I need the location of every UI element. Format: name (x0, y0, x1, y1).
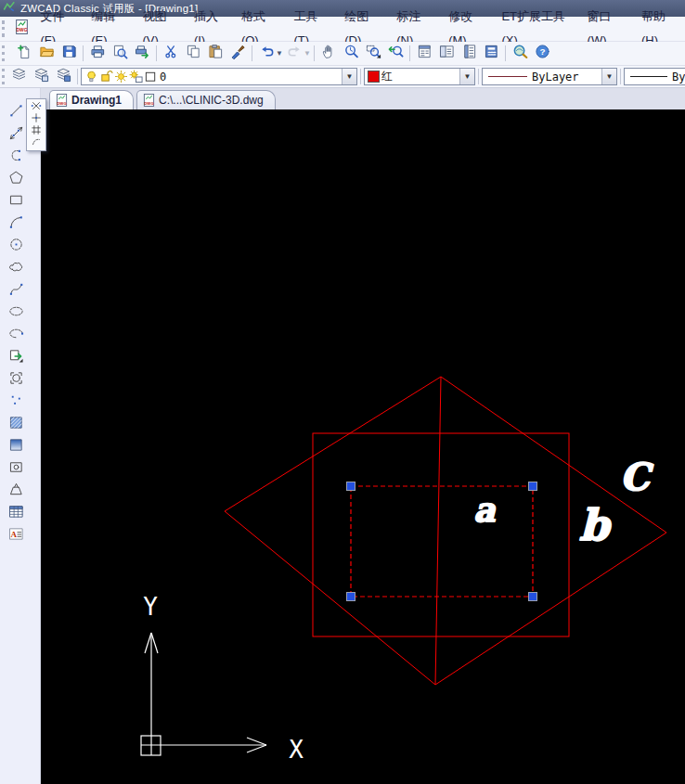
gradient-button[interactable] (4, 437, 28, 456)
cut-icon (163, 44, 179, 63)
paste-button[interactable] (204, 43, 226, 65)
dwg-document-icon: DWG (15, 19, 29, 38)
chevron-down-icon[interactable]: ▼ (459, 69, 474, 84)
standard-toolbar-grip[interactable] (2, 45, 10, 62)
color-combo[interactable]: 红 ▼ (364, 68, 475, 85)
layer-combo[interactable]: 0 ▼ (81, 68, 357, 85)
ellipse-arc-button[interactable] (4, 326, 28, 345)
bulb-on-icon[interactable] (84, 70, 98, 84)
circle-button[interactable] (4, 237, 28, 256)
line-button[interactable] (4, 103, 28, 122)
save-button[interactable] (58, 43, 80, 65)
region-button[interactable] (4, 459, 28, 479)
ellipse-button[interactable] (4, 303, 28, 323)
annotation-C: C (620, 455, 653, 498)
print-preview-button[interactable] (109, 43, 131, 65)
layer-status-icons (84, 70, 158, 84)
zoom-window-icon (366, 44, 381, 63)
undo-button[interactable] (255, 43, 278, 65)
dwg-file-icon: DWG (143, 94, 155, 107)
canvas-svg: abCYX (41, 109, 685, 784)
menubar-grip[interactable] (2, 20, 9, 37)
print-button[interactable] (86, 43, 109, 65)
zwcad-window: ZWCAD Classic 试用版 - [Drawing1] DWG 文件(F)… (0, 0, 685, 784)
viewport-sun-icon[interactable] (129, 70, 143, 84)
polyline-button[interactable] (4, 148, 28, 167)
layer-combo-value: 0 (160, 71, 166, 84)
design-center-button[interactable] (435, 43, 458, 65)
color-swatch-icon[interactable] (144, 70, 158, 84)
tab-label: C:\...\CLINIC-3D.dwg (159, 94, 264, 107)
redo-button[interactable] (283, 43, 305, 65)
construction-line-button[interactable] (4, 125, 28, 145)
redo-dropdown-icon[interactable]: ▼ (304, 49, 311, 58)
new-file-button[interactable] (13, 43, 35, 65)
make-block-button[interactable] (4, 370, 28, 390)
separator (620, 69, 621, 84)
svg-text:DWG: DWG (57, 101, 67, 106)
linetype-combo[interactable]: ByLayer ▼ (482, 68, 617, 85)
current-color-swatch (368, 71, 380, 83)
separator (478, 69, 479, 84)
rectangle-button[interactable] (4, 192, 28, 212)
tool-palettes-button[interactable] (458, 43, 480, 65)
layer-properties-button[interactable] (7, 66, 30, 88)
properties-palette-button[interactable] (413, 43, 435, 65)
layer-states-button[interactable] (30, 66, 52, 88)
separator (360, 69, 361, 84)
copy-button[interactable] (182, 43, 204, 65)
help-button[interactable]: ? (531, 43, 553, 65)
arc-button[interactable] (4, 214, 28, 234)
document-tabbar: DWGDrawing1DWGC:\...\CLINIC-3D.dwg (41, 88, 685, 109)
properties-toolbar-grip[interactable] (2, 69, 5, 84)
sketch-curve-button[interactable] (29, 137, 44, 148)
open-button[interactable] (35, 43, 58, 65)
layer-states-icon (33, 67, 49, 86)
drawing-canvas[interactable]: abCYX (41, 109, 685, 784)
table-button[interactable] (4, 504, 28, 523)
grip-1[interactable] (529, 482, 537, 491)
wipeout-button[interactable] (4, 482, 28, 501)
match-properties-button[interactable] (226, 43, 249, 65)
ellipse-arc-icon (8, 326, 24, 345)
zoom-window-button[interactable] (362, 43, 384, 65)
grip-0[interactable] (347, 482, 355, 491)
grip-3[interactable] (529, 593, 537, 601)
tab-drawing1[interactable]: DWGDrawing1 (49, 90, 134, 109)
point-button[interactable] (4, 392, 28, 412)
menubar: DWG 文件(F)编辑(E)视图(V)插入(I)格式(O)工具(T)绘图(D)标… (0, 17, 685, 42)
zoom-previous-button[interactable] (384, 43, 407, 65)
cut-button[interactable] (160, 43, 182, 65)
lineweight-combo[interactable]: ByLayer (624, 68, 685, 85)
mtext-button[interactable]: A (4, 526, 28, 546)
help-icon: ? (535, 44, 550, 63)
quick-calc-button[interactable] (480, 43, 502, 65)
ucs-x-arrowhead (247, 745, 266, 752)
layer-previous-button[interactable] (52, 66, 74, 88)
chevron-down-icon[interactable]: ▼ (342, 69, 356, 84)
chevron-down-icon[interactable]: ▼ (601, 69, 616, 84)
unlock-icon[interactable] (99, 70, 113, 84)
publish-button[interactable] (131, 43, 153, 65)
zoom-realtime-button[interactable] (340, 43, 362, 65)
tool-palettes-icon (461, 44, 477, 63)
insert-block-button[interactable] (4, 348, 28, 367)
tab-clinic-3d[interactable]: DWGC:\...\CLINIC-3D.dwg (136, 90, 276, 109)
separator (505, 45, 506, 61)
pan-button[interactable] (317, 43, 340, 65)
sun-icon[interactable] (114, 70, 128, 84)
red-vertical-line[interactable] (435, 377, 441, 685)
zw-online-button[interactable] (509, 43, 531, 65)
hatch-button[interactable] (4, 415, 28, 434)
lineweight-combo-value: ByLayer (672, 71, 685, 84)
spline-button[interactable] (4, 281, 28, 301)
match-properties-icon (230, 44, 246, 63)
revision-cloud-button[interactable] (4, 259, 28, 278)
circle-icon (8, 237, 24, 256)
ellipse-icon (8, 303, 24, 323)
grip-2[interactable] (347, 593, 355, 601)
selected-rectangle[interactable] (351, 486, 533, 597)
undo-dropdown-icon[interactable]: ▼ (276, 49, 283, 58)
dwg-file-icon: DWG (56, 94, 68, 107)
polygon-button[interactable] (4, 170, 28, 189)
